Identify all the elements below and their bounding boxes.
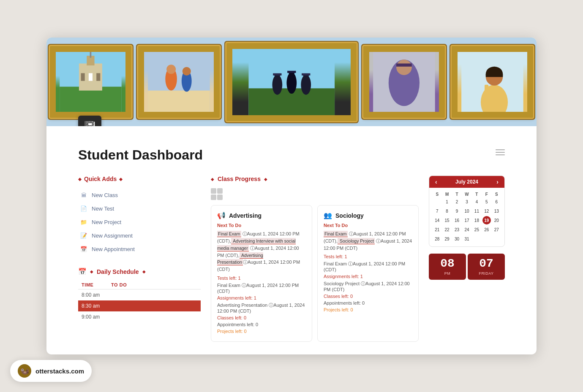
banner-frame-4: [360, 38, 448, 126]
cal-day[interactable]: 25: [472, 225, 481, 234]
clock-hour: 08: [432, 258, 463, 270]
cal-day[interactable]: 23: [453, 225, 461, 234]
cal-day[interactable]: 21: [433, 225, 441, 234]
new-test-icon: 📄: [80, 205, 87, 212]
stat-label: Tests left: 1: [217, 276, 306, 281]
quick-add-new-project[interactable]: 📁New Project: [78, 215, 201, 229]
cal-day[interactable]: 14: [433, 216, 441, 224]
svg-point-16: [272, 75, 282, 95]
cal-day[interactable]: 7: [433, 207, 441, 215]
schedule-diamond-right: ◆: [142, 269, 146, 274]
cal-day[interactable]: 2: [453, 197, 461, 206]
progress-diamond-right: ◆: [264, 177, 267, 181]
cal-day[interactable]: 1: [443, 197, 451, 206]
cal-day[interactable]: 28: [433, 235, 441, 243]
frame-2: [138, 46, 220, 118]
cal-day[interactable]: 8: [443, 207, 451, 215]
calendar-icon: 📅: [78, 268, 87, 276]
watermark-icon: 🦦: [18, 364, 31, 378]
stat-neutral: Final Exam ⓘAugust 1, 2024 12:00 PM (CDT…: [217, 282, 306, 294]
schedule-body: 8:00 am8:30 am9:00 am: [78, 289, 201, 323]
svg-rect-28: [396, 64, 412, 67]
cal-day: [482, 235, 491, 243]
stat-neutral: Advertising Presentation ⓘAugust 1, 2024…: [217, 302, 306, 314]
cal-day-header: W: [462, 191, 471, 197]
cal-day[interactable]: 3: [463, 197, 471, 206]
cal-day[interactable]: 27: [492, 225, 501, 234]
svg-rect-6: [89, 73, 93, 81]
cal-day-header: T: [452, 191, 461, 197]
cal-day[interactable]: 15: [443, 216, 451, 224]
calendar-days: 1234567891011121314151617181920212223242…: [433, 197, 501, 243]
schedule-row: 8:00 am: [78, 289, 201, 301]
cal-day[interactable]: 17: [463, 216, 471, 224]
left-column: ◆ Quick Adds ◆ 🏛New Class📄New Test📁New P…: [78, 176, 201, 322]
watermark: 🦦 otterstacks.com: [10, 360, 92, 382]
new-assignment-icon: 📝: [80, 232, 87, 239]
quick-adds-section: ◆ Quick Adds ◆ 🏛New Class📄New Test📁New P…: [78, 176, 201, 256]
new-assignment-label: New Assignment: [92, 232, 133, 239]
photo-graduation: [232, 49, 351, 115]
cal-day[interactable]: 4: [472, 197, 481, 206]
calendar-next[interactable]: ›: [495, 178, 500, 185]
schedule-task: [108, 289, 201, 301]
quick-add-new-appointment[interactable]: 📅New Appointment: [78, 242, 201, 256]
schedule-time: 8:30 am: [78, 300, 108, 311]
svg-rect-9: [148, 91, 210, 112]
daily-schedule-section: 📅 ◆ Daily Schedule ◆ TIME TO DO 8:00 am8…: [78, 268, 201, 322]
schedule-task: [108, 300, 201, 311]
schedule-row: 9:00 am: [78, 311, 201, 322]
page-icon: 📓: [78, 116, 101, 126]
otter-icon: 🦦: [20, 366, 29, 376]
calendar-header: ‹ July 2024 ›: [429, 176, 504, 188]
schedule-time: 9:00 am: [78, 311, 108, 322]
cal-day[interactable]: 16: [453, 216, 461, 224]
cal-day[interactable]: 24: [463, 225, 471, 234]
stat-neutral: Appointments left: 0: [217, 322, 306, 327]
svg-point-19: [286, 72, 297, 94]
cal-day[interactable]: 22: [443, 225, 451, 234]
banner-frame-2: [135, 38, 223, 126]
class-progress-header: ◆ Class Progress ◆: [211, 176, 419, 182]
class-items: Final Exam ⓘAugust 1, 2024 12:00 PM (CDT…: [217, 230, 306, 273]
next-to-do-label: Next To Do: [324, 223, 412, 228]
class-card-sociology: 👥 Sociology Next To Do Final Exam ⓘAugus…: [317, 205, 419, 341]
cal-day[interactable]: 11: [472, 207, 481, 215]
photo-woman: [458, 52, 527, 112]
cal-day[interactable]: 19: [482, 216, 491, 224]
cal-day[interactable]: 10: [463, 207, 471, 215]
quick-add-new-class[interactable]: 🏛New Class: [78, 188, 201, 202]
svg-rect-18: [273, 73, 281, 76]
next-to-do-label: Next To Do: [217, 223, 306, 228]
cal-day[interactable]: 9: [453, 207, 461, 215]
cal-day[interactable]: 13: [492, 207, 501, 215]
svg-rect-4: [90, 52, 92, 58]
cal-day[interactable]: 30: [453, 235, 461, 243]
cal-day[interactable]: 18: [472, 216, 481, 224]
quick-adds-list: 🏛New Class📄New Test📁New Project📝New Assi…: [78, 188, 201, 256]
new-project-icon: 📁: [80, 218, 87, 226]
new-appointment-label: New Appointment: [92, 246, 135, 252]
svg-rect-7: [96, 73, 100, 81]
cal-day[interactable]: 5: [482, 197, 491, 206]
photo-celebration: [369, 52, 439, 112]
cal-day[interactable]: 29: [443, 235, 451, 243]
quick-add-new-assignment[interactable]: 📝New Assignment: [78, 229, 201, 242]
highlight-item: Final Exam: [217, 231, 241, 237]
cal-day[interactable]: 26: [482, 225, 491, 234]
stat-neutral: Sociology Project ⓘAugust 1, 2024 12:00 …: [324, 281, 412, 292]
svg-rect-5: [81, 73, 85, 81]
cal-day[interactable]: 20: [492, 216, 501, 224]
menu-line-2: [496, 152, 505, 153]
new-appointment-icon: 📅: [80, 245, 87, 253]
schedule-row: 8:30 am: [78, 300, 201, 311]
clock-day-block: 07 FRIDAY: [468, 254, 505, 280]
menu-dots[interactable]: [496, 149, 505, 155]
svg-point-13: [183, 67, 191, 76]
calendar-prev[interactable]: ‹: [433, 178, 439, 185]
quick-add-new-test[interactable]: 📄New Test: [78, 202, 201, 215]
cal-day[interactable]: 6: [492, 197, 501, 206]
cal-day[interactable]: 12: [482, 207, 491, 215]
cal-day[interactable]: 31: [463, 235, 471, 243]
stat-label: Tests left: 1: [324, 254, 412, 259]
